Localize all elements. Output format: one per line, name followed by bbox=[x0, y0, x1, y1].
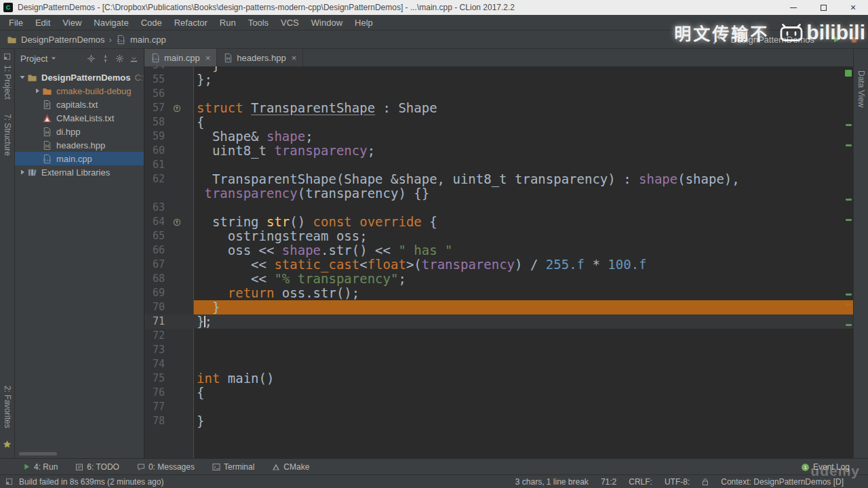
code-text[interactable]: << "% transparency"; bbox=[194, 272, 853, 286]
code-text[interactable] bbox=[194, 201, 853, 215]
code-text[interactable] bbox=[194, 343, 853, 357]
gutter-63[interactable]: 63 bbox=[144, 201, 194, 215]
code-line-70[interactable]: 70 } bbox=[144, 300, 853, 314]
code-line-64[interactable]: 64 string str() const override { bbox=[144, 215, 853, 229]
code-text[interactable] bbox=[194, 329, 853, 343]
toolwindow-button-4-run[interactable]: 4: Run bbox=[23, 462, 58, 472]
override-gutter-icon[interactable] bbox=[165, 101, 194, 115]
toolwindow-switcher-icon[interactable] bbox=[5, 478, 13, 485]
code-text[interactable]: string str() const override { bbox=[194, 215, 853, 229]
code-line-59[interactable]: 59 Shape& shape; bbox=[144, 129, 853, 144]
project-panel-title[interactable]: Project bbox=[20, 54, 47, 64]
code-line-76[interactable]: 76{ bbox=[144, 386, 853, 400]
code-line-57[interactable]: 57struct TransparentShape : Shape bbox=[144, 101, 853, 115]
close-tab-icon[interactable]: × bbox=[205, 53, 211, 63]
chevron-right-icon[interactable] bbox=[18, 167, 27, 177]
tree-item-main-cpp[interactable]: C++main.cpp bbox=[15, 152, 144, 165]
gutter-wrap[interactable] bbox=[144, 186, 194, 201]
code-text[interactable] bbox=[194, 158, 853, 172]
tree-item-cmake-build-debug[interactable]: cmake-build-debug bbox=[15, 84, 144, 98]
gutter-59[interactable]: 59 bbox=[144, 129, 194, 144]
gutter-56[interactable]: 56 bbox=[144, 87, 194, 101]
code-line-72[interactable]: 72 bbox=[144, 329, 853, 343]
scroll-marker[interactable] bbox=[846, 144, 852, 146]
chevron-right-icon[interactable] bbox=[33, 86, 42, 96]
build-status-text[interactable]: Build failed in 8s 639ms (2 minutes ago) bbox=[19, 477, 163, 487]
scroll-marker[interactable] bbox=[846, 219, 852, 221]
gutter-60[interactable]: 60 bbox=[144, 144, 194, 158]
gutter-76[interactable]: 76 bbox=[144, 386, 194, 400]
code-line-60[interactable]: 60 uint8_t transparency; bbox=[144, 144, 853, 158]
tree-item-designpatterndemos[interactable]: DesignPatternDemosC:\Dr bbox=[15, 70, 144, 84]
scroll-marker[interactable] bbox=[846, 324, 852, 326]
code-line-wrap[interactable]: transparency(transparency) {} bbox=[144, 186, 853, 201]
tree-item-cmakelists-txt[interactable]: CMakeLists.txt bbox=[15, 111, 144, 125]
hide-icon[interactable] bbox=[130, 54, 138, 63]
gutter-58[interactable]: 58 bbox=[144, 115, 194, 129]
locate-icon[interactable] bbox=[87, 54, 96, 63]
gutter-70[interactable]: 70 bbox=[144, 300, 194, 314]
breadcrumb-project[interactable]: DesignPatternDemos bbox=[21, 35, 105, 45]
gutter-72[interactable]: 72 bbox=[144, 329, 194, 343]
code-text[interactable]: Shape& shape; bbox=[194, 129, 853, 144]
menu-tools[interactable]: Tools bbox=[242, 16, 275, 29]
menu-code[interactable]: Code bbox=[135, 16, 168, 29]
menu-edit[interactable]: Edit bbox=[29, 16, 56, 29]
code-line-67[interactable]: 67 << static_cast<float>(transparency) /… bbox=[144, 258, 853, 272]
code-text[interactable]: } bbox=[194, 66, 853, 73]
code-text[interactable] bbox=[194, 357, 853, 371]
code-text[interactable]: TransparentShape(Shape &shape, uint8_t t… bbox=[194, 172, 853, 186]
code-line-66[interactable]: 66 oss << shape.str() << " has " bbox=[144, 243, 853, 258]
breadcrumb-file[interactable]: main.cpp bbox=[130, 35, 166, 45]
gutter-61[interactable]: 61 bbox=[144, 158, 194, 172]
code-text[interactable]: }; bbox=[194, 314, 853, 329]
editor[interactable]: 54 }55};5657struct TransparentShape : Sh… bbox=[144, 66, 853, 458]
code-line-69[interactable]: 69 return oss.str(); bbox=[144, 286, 853, 300]
gutter-54[interactable]: 54 bbox=[144, 66, 194, 73]
gutter-55[interactable]: 55 bbox=[144, 73, 194, 87]
tree-item-capitals-txt[interactable]: capitals.txt bbox=[15, 98, 144, 111]
gear-icon[interactable] bbox=[115, 54, 124, 63]
scroll-marker[interactable] bbox=[846, 293, 852, 296]
code-line-74[interactable]: 74 bbox=[144, 357, 853, 371]
code-text[interactable]: { bbox=[194, 115, 853, 129]
toolwindow-button-terminal[interactable]: Terminal bbox=[212, 462, 254, 472]
code-line-58[interactable]: 58{ bbox=[144, 115, 853, 129]
gutter-64[interactable]: 64 bbox=[144, 215, 194, 229]
file-encoding[interactable]: UTF-8: bbox=[665, 477, 690, 487]
code-line-63[interactable]: 63 bbox=[144, 201, 853, 215]
title-bar[interactable]: C DesignPatternDemos - [C:\Dropbox\Publi… bbox=[0, 0, 868, 15]
inspection-status-icon[interactable] bbox=[845, 70, 852, 77]
toolwindow-button-0-messages[interactable]: 0: Messages bbox=[137, 462, 195, 472]
code-text[interactable]: }; bbox=[194, 73, 853, 87]
maximize-button[interactable] bbox=[808, 0, 838, 15]
scroll-marker[interactable] bbox=[846, 124, 852, 126]
scroll-marker[interactable] bbox=[846, 199, 852, 201]
code-text[interactable]: uint8_t transparency; bbox=[194, 144, 853, 158]
menu-refactor[interactable]: Refactor bbox=[168, 16, 214, 29]
tab-main-cpp[interactable]: C++main.cpp× bbox=[144, 49, 217, 66]
tree-item-di-hpp[interactable]: Hdi.hpp bbox=[15, 125, 144, 138]
gutter-66[interactable]: 66 bbox=[144, 243, 194, 258]
stripe-item-data-view[interactable]: Data View bbox=[856, 70, 866, 107]
stripe-item-project[interactable]: 1: Project bbox=[3, 65, 12, 100]
menu-window[interactable]: Window bbox=[305, 16, 349, 29]
marker-strip[interactable] bbox=[844, 66, 853, 458]
gutter-65[interactable]: 65 bbox=[144, 229, 194, 243]
code-text[interactable]: oss << shape.str() << " has " bbox=[194, 243, 853, 258]
gutter-69[interactable]: 69 bbox=[144, 286, 194, 300]
line-separator[interactable]: CRLF: bbox=[629, 477, 652, 487]
code-text[interactable]: int main() bbox=[194, 371, 853, 386]
gutter-78[interactable]: 78 bbox=[144, 414, 194, 428]
chevron-down-icon[interactable] bbox=[18, 73, 27, 82]
code-text[interactable]: } bbox=[194, 300, 853, 314]
menu-run[interactable]: Run bbox=[214, 16, 242, 29]
gutter-62[interactable]: 62 bbox=[144, 172, 194, 186]
menu-view[interactable]: View bbox=[56, 16, 87, 29]
gutter-68[interactable]: 68 bbox=[144, 272, 194, 286]
code-text[interactable] bbox=[194, 87, 853, 101]
code-text[interactable]: struct TransparentShape : Shape bbox=[194, 101, 853, 115]
code-text[interactable]: transparency(transparency) {} bbox=[194, 186, 853, 201]
code-text[interactable]: << static_cast<float>(transparency) / 25… bbox=[194, 258, 853, 272]
code-line-78[interactable]: 78} bbox=[144, 414, 853, 428]
